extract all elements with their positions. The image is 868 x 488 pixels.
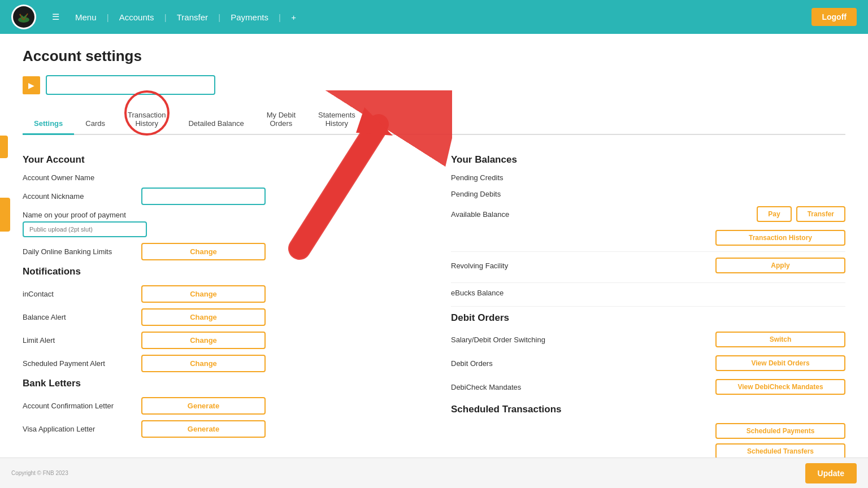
balance-alert-label: Balance Alert — [23, 313, 136, 321]
pending-debits-label: Pending Debits — [451, 190, 501, 198]
scheduled-payment-alert-change-button[interactable]: Change — [141, 355, 266, 372]
limit-alert-label: Limit Alert — [23, 336, 136, 345]
visa-application-generate-button[interactable]: Generate — [141, 420, 266, 438]
menu-label[interactable]: Menu — [67, 12, 105, 22]
limit-alert-change-button[interactable]: Change — [141, 332, 266, 349]
account-arrow-button[interactable]: ▶ — [23, 76, 40, 94]
debicheck-mandates-label: DebiCheck Mandates — [451, 383, 521, 391]
transaction-history-btn-row: Transaction History — [451, 230, 845, 246]
daily-limits-label: Daily Online Banking Limits — [23, 247, 136, 256]
salary-debit-switching-row: Salary/Debit Order Switching Switch — [451, 332, 845, 351]
notifications-title: Notifications — [23, 266, 417, 277]
transaction-history-button[interactable]: Transaction History — [715, 230, 845, 246]
incontact-row: inContact Change — [23, 285, 417, 303]
account-confirmation-row: Account Confirmation Letter Generate — [23, 397, 417, 415]
pending-debits-row: Pending Debits — [451, 190, 845, 202]
proof-payment-input[interactable] — [23, 221, 147, 237]
account-owner-label: Account Owner Name — [23, 173, 136, 182]
account-select-input[interactable] — [46, 75, 215, 95]
menu-icon: ☰ — [44, 12, 67, 22]
nav-transfer[interactable]: Transfer — [169, 12, 216, 22]
divider3: | — [216, 12, 223, 22]
revolving-facility-row: Revolving Facility Apply — [451, 258, 845, 277]
left-panel: Your Account Account Owner Name Account … — [23, 149, 417, 487]
available-balance-row: Available Balance Pay Transfer — [451, 206, 845, 225]
tab-detailed-balance[interactable]: Detailed Balance — [177, 115, 255, 135]
your-balances-title: Your Balances — [451, 154, 845, 165]
debit-orders-title: Debit Orders — [451, 312, 845, 324]
account-confirmation-label: Account Confirmation Letter — [23, 402, 136, 410]
scheduled-payment-alert-label: Scheduled Payment Alert — [23, 359, 136, 368]
view-debicheck-mandates-button[interactable]: View DebiCheck Mandates — [715, 379, 845, 395]
scheduled-transfers-button[interactable]: Scheduled Transfers — [715, 443, 845, 459]
logo — [11, 5, 36, 29]
balance-alert-row: Balance Alert Change — [23, 308, 417, 326]
proof-payment-row: Name on your proof of payment — [23, 211, 417, 237]
ebucks-balance-row: eBucks Balance — [451, 289, 845, 300]
account-nickname-input[interactable] — [141, 188, 266, 205]
ebucks-balance-label: eBucks Balance — [451, 289, 504, 297]
main-nav: ☰ Menu | Accounts | Transfer | Payments … — [44, 12, 304, 22]
daily-limits-change-button[interactable]: Change — [141, 243, 266, 260]
pending-credits-row: Pending Credits — [451, 173, 845, 185]
available-balance-label: Available Balance — [451, 210, 509, 219]
daily-limits-row: Daily Online Banking Limits Change — [23, 243, 417, 260]
account-nickname-label: Account Nickname — [23, 192, 136, 201]
salary-debit-label: Salary/Debit Order Switching — [451, 336, 545, 344]
main-content: Account settings ▶ Settings Cards Transa… — [0, 34, 868, 488]
side-tab — [0, 198, 10, 232]
revolving-facility-label: Revolving Facility — [451, 262, 508, 270]
debit-orders-row: Debit Orders View Debit Orders — [451, 355, 845, 374]
footer: Copyright © FNB 2023 Update — [0, 457, 868, 488]
view-debit-orders-button[interactable]: View Debit Orders — [715, 355, 845, 371]
nav-accounts[interactable]: Accounts — [111, 12, 162, 22]
scheduled-payment-alert-row: Scheduled Payment Alert Change — [23, 355, 417, 372]
scheduled-buttons: Scheduled Payments Scheduled Transfers — [451, 423, 845, 459]
account-selector-row: ▶ — [23, 75, 845, 95]
account-confirmation-generate-button[interactable]: Generate — [141, 397, 266, 415]
proof-payment-label: Name on your proof of payment — [23, 211, 136, 219]
debicheck-mandates-row: DebiCheck Mandates View DebiCheck Mandat… — [451, 379, 845, 398]
tab-statements-history[interactable]: StatementsHistory — [307, 106, 367, 135]
balance-alert-change-button[interactable]: Change — [141, 308, 266, 326]
visa-application-label: Visa Application Letter — [23, 425, 136, 433]
tab-cards[interactable]: Cards — [74, 115, 116, 135]
divider: | — [105, 12, 111, 22]
copyright-text: Copyright © FNB 2023 — [11, 470, 68, 476]
available-balance-buttons: Pay Transfer — [757, 206, 845, 222]
nav-plus[interactable]: + — [283, 12, 304, 22]
switch-button[interactable]: Switch — [715, 332, 845, 347]
logoff-button[interactable]: Logoff — [811, 8, 857, 26]
visa-application-row: Visa Application Letter Generate — [23, 420, 417, 438]
pending-credits-label: Pending Credits — [451, 173, 504, 182]
page-title: Account settings — [23, 47, 845, 65]
account-owner-row: Account Owner Name — [23, 173, 417, 182]
tab-transaction-history[interactable]: TransactionHistory — [116, 106, 177, 135]
account-nickname-row: Account Nickname — [23, 188, 417, 205]
limit-alert-row: Limit Alert Change — [23, 332, 417, 349]
apply-button[interactable]: Apply — [715, 258, 845, 273]
side-tab-small — [0, 136, 8, 158]
tab-my-debit-orders[interactable]: My DebitOrders — [255, 106, 307, 135]
nav-payments[interactable]: Payments — [223, 12, 276, 22]
content-grid: Your Account Account Owner Name Account … — [23, 149, 845, 487]
bank-letters-title: Bank Letters — [23, 378, 417, 389]
incontact-change-button[interactable]: Change — [141, 285, 266, 303]
divider2: | — [162, 12, 168, 22]
debit-orders-label: Debit Orders — [451, 359, 493, 368]
your-account-title: Your Account — [23, 154, 417, 165]
tab-settings[interactable]: Settings — [23, 115, 74, 135]
incontact-label: inContact — [23, 290, 136, 298]
right-panel: Your Balances Pending Credits Pending De… — [451, 149, 845, 487]
divider4: | — [276, 12, 283, 22]
update-button[interactable]: Update — [805, 463, 857, 483]
tab-bar: Settings Cards TransactionHistory Detail… — [23, 106, 845, 135]
header: ☰ Menu | Accounts | Transfer | Payments … — [0, 0, 868, 34]
scheduled-payments-button[interactable]: Scheduled Payments — [715, 423, 845, 439]
scheduled-transactions-title: Scheduled Transactions — [451, 404, 845, 415]
transfer-button[interactable]: Transfer — [796, 206, 845, 222]
pay-button[interactable]: Pay — [757, 206, 791, 222]
